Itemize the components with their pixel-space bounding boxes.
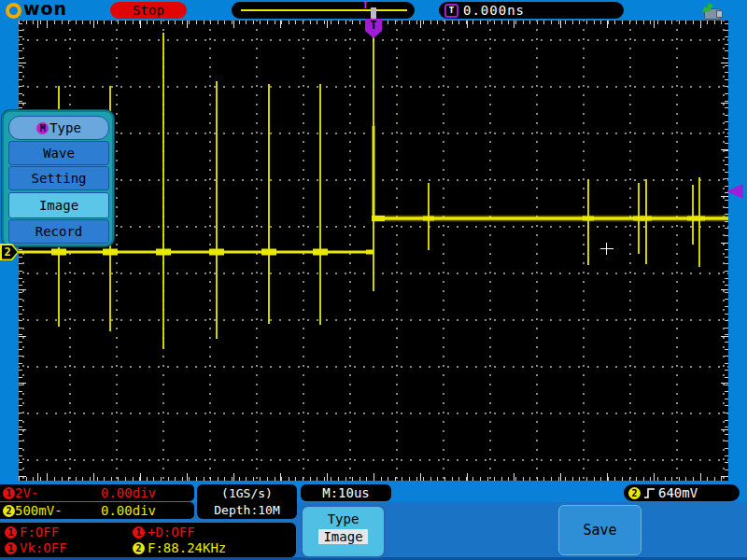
channel2-status: 2 500mV- 0.00div [0,502,194,519]
vk-badge: 1 [5,542,17,554]
trigger-source-badge: 2 [628,487,641,499]
record-trigger-marker: T [362,0,369,11]
channel2-badge: 2 [3,505,15,517]
owon-logo-text: won [23,0,67,19]
memory-depth: Depth:10M [197,502,297,519]
channel1-offset: 0.00div [101,485,156,500]
menu-item-wave[interactable]: Wave [8,141,109,165]
trigger-t-icon: T [444,4,458,18]
side-menu: M Type Wave Setting Image Record [2,110,114,246]
delay-status: +D:OFF [148,525,195,539]
rising-edge-icon [643,487,656,499]
channel1-status: 1 2V- 0.00div [0,484,194,501]
sample-rate: (1GS/s) [197,485,297,502]
channel2-offset: 0.00div [101,503,156,518]
trigger-position-stub [371,7,376,20]
owon-logo-ring-icon [6,3,21,19]
filter-badge: 1 [5,526,17,539]
record-position-bar: T [232,2,415,19]
trigger-level-value: 640mV [658,485,698,500]
owon-logo: won [6,1,67,20]
timebase-display: M:10us [301,484,391,501]
channel2-scale: 500mV- [15,503,63,518]
softkey-type-image[interactable]: Type Image [301,505,386,558]
menu-item-image[interactable]: Image [8,192,109,218]
menu-item-record[interactable]: Record [8,219,109,244]
menu-item-type[interactable]: M Type [8,116,109,140]
sampling-status: (1GS/s) Depth:10M [197,484,297,519]
menu-item-setting[interactable]: Setting [8,166,109,190]
softkey-title: Type [328,511,359,526]
trigger-time-value: 0.000ns [463,3,525,18]
filter-status: F:OFF [20,525,59,539]
trigger-time-display: T 0.000ns [439,2,624,19]
save-button[interactable]: Save [558,505,641,555]
trigger-level-arrow-icon[interactable] [726,184,743,199]
bottom-panel: 1 2V- 0.00div 2 500mV- 0.00div (1GS/s) D… [0,481,747,560]
freq-badge: 2 [133,542,145,554]
oscilloscope-ui: won Stop T T 0.000ns T [0,0,747,560]
frequency-counter: F:88.24KHz [148,540,226,555]
menu-item-type-label: Type [49,120,81,135]
channel-info-box: 1 F:OFF 1 +D:OFF 1 Vk:OFF 2 F:88.24KHz [0,523,296,557]
vk-status: Vk:OFF [20,540,67,555]
usb-storage-icon [702,3,723,18]
record-window-line [241,9,407,11]
m-function-icon: M [36,122,49,134]
waveform-svg [19,21,728,481]
channel1-badge: 1 [3,487,15,499]
trigger-level-display: 2 640mV [624,484,740,501]
waveform-display [19,21,728,481]
acquisition-status-badge: Stop [110,2,187,19]
channel1-scale: 2V- [15,485,38,500]
measure-cursor-icon [600,248,613,249]
delay-badge: 1 [133,526,145,539]
softkey-selected-value: Image [318,529,367,544]
